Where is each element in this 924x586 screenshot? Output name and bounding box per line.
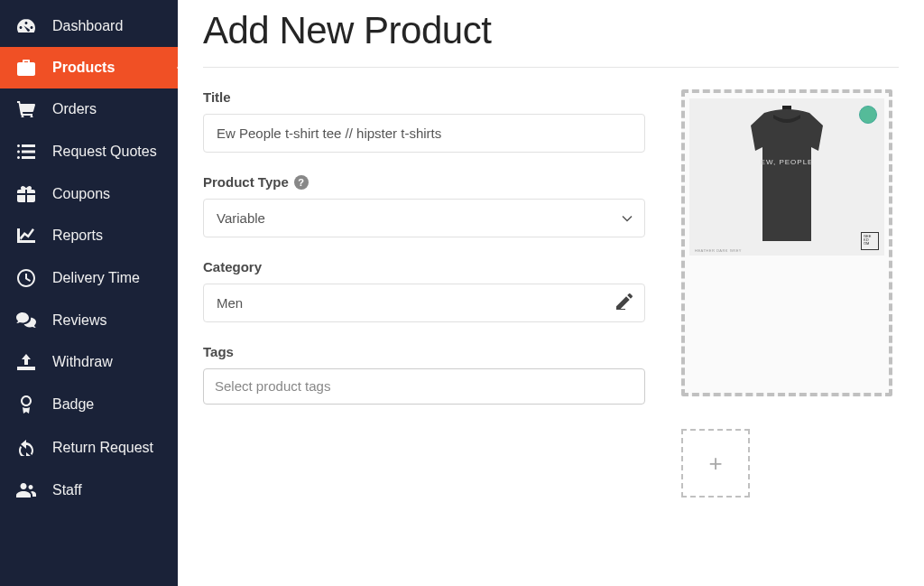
users-icon	[16, 483, 36, 498]
page-title: Add New Product	[203, 0, 899, 68]
sidebar-item-label: Coupons	[52, 186, 110, 202]
cart-icon	[16, 101, 36, 117]
title-input[interactable]	[203, 114, 645, 153]
help-icon[interactable]: ?	[294, 175, 309, 190]
undo-icon	[16, 440, 36, 456]
sidebar-item-label: Delivery Time	[52, 267, 140, 289]
plus-icon: +	[708, 450, 722, 478]
sidebar-item-orders[interactable]: Orders	[0, 88, 178, 130]
badge-icon	[16, 395, 36, 414]
svg-text:EW, PEOPLE: EW, PEOPLE	[761, 158, 814, 166]
sidebar-item-label: Badge	[52, 396, 94, 413]
sidebar-item-badge[interactable]: Badge	[0, 383, 178, 426]
sidebar-item-coupons[interactable]: Coupons	[0, 173, 178, 215]
sidebar-item-label: Request Quotes	[52, 141, 157, 163]
product-image-preview: EW, PEOPLE HEATHER DARK GREY GEEKDOM	[689, 98, 884, 256]
sidebar-item-label: Reports	[52, 228, 103, 244]
sidebar-item-withdraw[interactable]: Withdraw	[0, 341, 178, 383]
product-type-select[interactable]	[203, 199, 645, 237]
sidebar-item-label: Dashboard	[52, 18, 123, 34]
sidebar-item-label: Withdraw	[52, 354, 113, 370]
sidebar: Dashboard Products Orders Request Quotes…	[0, 0, 178, 586]
product-type-label: Product Type ?	[203, 174, 645, 190]
sidebar-item-label: Staff	[52, 482, 82, 498]
category-input[interactable]	[203, 284, 645, 322]
clock-icon	[16, 269, 36, 287]
tags-input[interactable]: Select product tags	[203, 368, 645, 405]
upload-icon	[16, 354, 36, 370]
edit-icon[interactable]	[616, 293, 633, 313]
chart-icon	[16, 228, 36, 243]
main-content: Add New Product Title Product Type ?	[178, 0, 924, 586]
sidebar-item-reviews[interactable]: Reviews	[0, 300, 178, 341]
sidebar-item-staff[interactable]: Staff	[0, 470, 178, 511]
category-label: Category	[203, 259, 645, 274]
sidebar-item-return-request[interactable]: Return Request	[0, 426, 178, 470]
product-image-upload[interactable]: EW, PEOPLE HEATHER DARK GREY GEEKDOM	[681, 89, 892, 396]
sidebar-item-products[interactable]: Products	[0, 47, 178, 88]
gift-icon	[16, 186, 36, 202]
sidebar-item-label: Reviews	[52, 312, 106, 329]
list-icon	[16, 144, 36, 159]
vegan-badge-icon	[859, 106, 877, 124]
dashboard-icon	[16, 19, 36, 33]
title-label: Title	[203, 89, 645, 105]
sidebar-item-reports[interactable]: Reports	[0, 215, 178, 256]
brand-badge-icon: GEEKDOM	[861, 232, 879, 250]
add-image-button[interactable]: +	[681, 429, 750, 498]
sidebar-item-label: Return Request	[52, 437, 153, 459]
sidebar-item-request-quotes[interactable]: Request Quotes	[0, 130, 178, 173]
image-caption: HEATHER DARK GREY	[695, 248, 742, 253]
sidebar-item-delivery-time[interactable]: Delivery Time	[0, 256, 178, 300]
briefcase-icon	[16, 60, 36, 76]
sidebar-item-dashboard[interactable]: Dashboard	[0, 5, 178, 47]
comments-icon	[16, 312, 36, 329]
sidebar-item-label: Products	[52, 60, 115, 76]
tags-label: Tags	[203, 344, 645, 359]
sidebar-item-label: Orders	[52, 101, 97, 117]
